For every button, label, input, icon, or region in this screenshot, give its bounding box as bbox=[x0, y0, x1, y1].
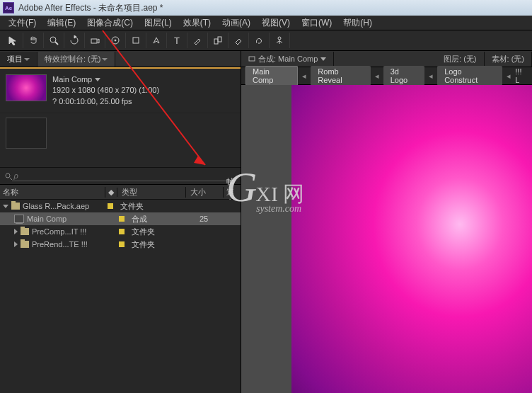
disclosure-triangle-icon[interactable] bbox=[14, 241, 18, 247]
comp-name[interactable]: Main Comp bbox=[52, 74, 92, 85]
menu-effect[interactable]: 效果(T) bbox=[178, 17, 216, 29]
pan-behind-tool-icon[interactable] bbox=[105, 33, 126, 48]
breadcrumb-separator-icon: ◂ bbox=[427, 72, 434, 81]
eraser-tool-icon[interactable] bbox=[229, 33, 249, 48]
color-tag-icon[interactable] bbox=[108, 203, 113, 209]
tab-menu-icon[interactable] bbox=[24, 58, 30, 61]
list-item[interactable]: PreRend...TE !!! 文件夹 bbox=[0, 238, 241, 251]
tab-layer-label: 图层: (无) bbox=[444, 54, 476, 64]
col-size[interactable]: 大小 bbox=[186, 187, 224, 198]
item-name: Main Comp bbox=[27, 215, 66, 223]
menu-animation[interactable]: 动画(A) bbox=[216, 17, 256, 29]
menu-help[interactable]: 帮助(H) bbox=[337, 17, 378, 29]
item-type: 合成 bbox=[127, 214, 195, 224]
tab-footage[interactable]: 素材: (无) bbox=[485, 52, 532, 67]
project-columns: 名称 ◆ 类型 大小 帧速率 bbox=[0, 185, 241, 200]
color-tag-icon[interactable] bbox=[119, 216, 125, 222]
shape-tool-icon[interactable] bbox=[126, 33, 146, 48]
breadcrumb-item[interactable]: Main Comp bbox=[245, 66, 298, 86]
comp-thumbnail[interactable] bbox=[6, 74, 47, 101]
folder-icon bbox=[21, 241, 29, 248]
breadcrumb-item[interactable]: Romb Reveal bbox=[311, 66, 370, 86]
color-tag-icon[interactable] bbox=[119, 241, 125, 247]
project-list[interactable]: Glass R...Pack.aep 文件夹 Main Comp 合成 25 bbox=[0, 200, 241, 393]
chevron-down-icon[interactable] bbox=[320, 57, 326, 61]
right-panel-tabs: 合成: Main Comp 图层: (无) 素材: (无) bbox=[241, 51, 532, 67]
disclosure-triangle-icon[interactable] bbox=[14, 229, 18, 234]
roto-tool-icon[interactable] bbox=[249, 33, 270, 48]
svg-rect-14 bbox=[249, 57, 255, 61]
svg-rect-5 bbox=[133, 38, 139, 43]
zoom-tool-icon[interactable] bbox=[44, 33, 64, 48]
menu-edit[interactable]: 编辑(E) bbox=[42, 17, 81, 29]
tab-footage-label: 素材: (无) bbox=[492, 54, 524, 64]
comp-info-block: Main Comp 1920 x 1080 (480 x 270) (1.00)… bbox=[0, 67, 241, 113]
item-name: Glass R...Pack.aep bbox=[23, 202, 89, 210]
svg-line-10 bbox=[277, 41, 279, 42]
comp-icon bbox=[14, 215, 24, 223]
folder-icon bbox=[21, 228, 29, 235]
item-type: 文件夹 bbox=[127, 227, 195, 237]
svg-rect-6 bbox=[214, 39, 218, 44]
window-title: Adobe After Effects - 未命名项目.aep * bbox=[18, 2, 163, 14]
search-input[interactable] bbox=[12, 171, 236, 181]
comp-breadcrumb: Main Comp ◂ Romb Reveal ◂ 3d Logo ◂ Logo… bbox=[241, 67, 532, 85]
breadcrumb-separator-icon: ◂ bbox=[505, 72, 512, 81]
menu-view[interactable]: 视图(V) bbox=[256, 17, 296, 29]
item-name: PreRend...TE !!! bbox=[32, 240, 88, 249]
tab-effects-controls[interactable]: 特效控制台: (无) bbox=[37, 52, 115, 67]
tab-project[interactable]: 项目 bbox=[0, 52, 37, 67]
menu-file[interactable]: 文件(F) bbox=[3, 17, 42, 29]
brush-tool-icon[interactable] bbox=[187, 33, 208, 48]
menu-window[interactable]: 窗口(W) bbox=[296, 17, 337, 29]
chevron-down-icon[interactable] bbox=[95, 78, 100, 81]
item-size: 25 bbox=[195, 215, 232, 223]
tab-menu-icon[interactable] bbox=[102, 58, 108, 61]
svg-line-1 bbox=[55, 42, 58, 45]
tab-effects-label: 特效控制台: (无) bbox=[45, 54, 100, 64]
text-tool-icon[interactable]: T bbox=[167, 33, 187, 48]
puppet-tool-icon[interactable] bbox=[270, 33, 290, 48]
preview-area[interactable] bbox=[241, 85, 532, 393]
preview-canvas bbox=[291, 85, 532, 393]
pen-tool-icon[interactable] bbox=[146, 33, 167, 48]
breadcrumb-separator-icon: ◂ bbox=[301, 72, 308, 81]
comp-duration: ? 0:00:10:00, 25.00 fps bbox=[52, 96, 159, 107]
svg-point-12 bbox=[6, 173, 10, 178]
comp-dimensions: 1920 x 1080 (480 x 270) (1.00) bbox=[52, 85, 159, 96]
mini-thumbnail bbox=[6, 118, 47, 149]
selection-tool-icon[interactable] bbox=[3, 33, 23, 48]
breadcrumb-item[interactable]: 3d Logo bbox=[383, 66, 424, 86]
disclosure-triangle-icon[interactable] bbox=[3, 205, 8, 208]
item-name: PreComp...IT !!! bbox=[32, 227, 86, 236]
svg-rect-7 bbox=[218, 37, 221, 42]
breadcrumb-item[interactable]: Logo Construct bbox=[437, 66, 502, 86]
composition-panel: 合成: Main Comp 图层: (无) 素材: (无) Main Comp … bbox=[241, 51, 532, 393]
menu-composition[interactable]: 图像合成(C) bbox=[81, 17, 139, 29]
clone-tool-icon[interactable] bbox=[208, 33, 229, 48]
left-panel-tabs: 项目 特效控制台: (无) bbox=[0, 51, 241, 67]
list-item[interactable]: Main Comp 合成 25 bbox=[0, 212, 241, 225]
rotate-tool-icon[interactable] bbox=[64, 33, 85, 48]
tab-composition[interactable]: 合成: Main Comp bbox=[241, 52, 334, 67]
color-tag-icon[interactable] bbox=[119, 229, 125, 234]
project-panel: 项目 特效控制台: (无) Main Comp 1920 x 1080 (480… bbox=[0, 51, 241, 393]
col-tag[interactable]: ◆ bbox=[105, 188, 117, 197]
project-search[interactable] bbox=[0, 167, 241, 185]
comp-view-icon bbox=[248, 56, 255, 63]
toolbar: T bbox=[0, 30, 532, 51]
svg-point-8 bbox=[278, 37, 281, 40]
camera-tool-icon[interactable] bbox=[85, 33, 105, 48]
tab-layer[interactable]: 图层: (无) bbox=[436, 52, 484, 67]
search-icon bbox=[4, 172, 12, 181]
item-type: 文件夹 bbox=[127, 239, 195, 250]
col-type[interactable]: 类型 bbox=[117, 187, 186, 198]
hand-tool-icon[interactable] bbox=[23, 33, 44, 48]
item-type: 文件夹 bbox=[116, 201, 184, 212]
menu-layer[interactable]: 图层(L) bbox=[139, 17, 178, 29]
list-item[interactable]: PreComp...IT !!! 文件夹 bbox=[0, 225, 241, 238]
list-item[interactable]: Glass R...Pack.aep 文件夹 bbox=[0, 200, 241, 212]
svg-rect-2 bbox=[91, 39, 97, 43]
col-name[interactable]: 名称 bbox=[0, 187, 105, 198]
tab-project-label: 项目 bbox=[7, 54, 23, 64]
